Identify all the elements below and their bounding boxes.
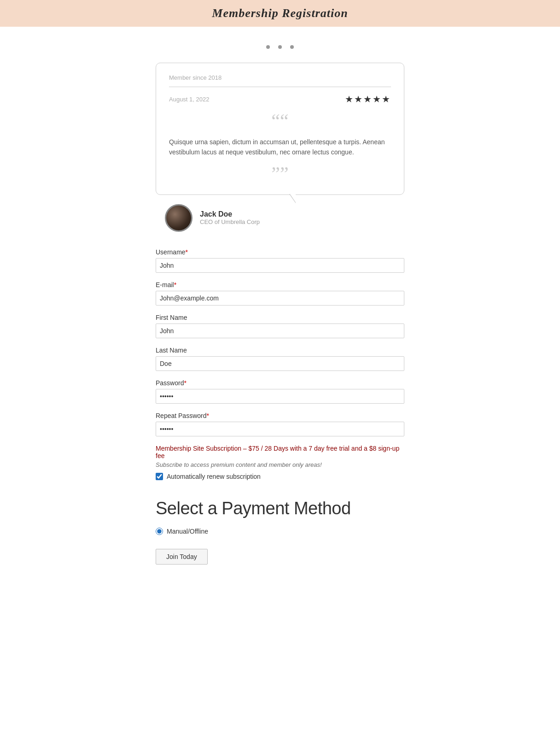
testimonial-date: August 1, 2022: [169, 96, 209, 103]
quote-close-icon: ””: [169, 164, 391, 183]
payment-radio-manual[interactable]: [156, 528, 163, 535]
testimonial-wrapper: Member since 2018 August 1, 2022 ★★★★★ “…: [156, 63, 404, 195]
avatar: [165, 204, 192, 232]
header-banner: Membership Registration: [0, 0, 560, 27]
subscription-title: Membership Site Subscription – $75 / 28 …: [156, 445, 404, 459]
email-group: E-mail*: [156, 281, 404, 306]
avatar-image: [166, 206, 191, 230]
email-input[interactable]: [156, 291, 404, 306]
firstname-label: First Name: [156, 314, 404, 321]
author-name: Jack Doe: [200, 210, 260, 218]
registration-form: Username* E-mail* First Name Last Name P…: [156, 248, 404, 565]
progress-dot-3: [290, 45, 294, 49]
password-group: Password*: [156, 379, 404, 404]
progress-dots: [156, 45, 404, 49]
lastname-label: Last Name: [156, 347, 404, 354]
firstname-input[interactable]: [156, 324, 404, 338]
repeat-password-required: *: [207, 412, 209, 419]
lastname-group: Last Name: [156, 347, 404, 371]
repeat-password-group: Repeat Password*: [156, 412, 404, 436]
card-divider: [169, 87, 391, 87]
progress-dot-1: [266, 45, 270, 49]
auto-renew-checkbox[interactable]: [156, 473, 163, 480]
author-title: CEO of Umbrella Corp: [200, 218, 260, 225]
auto-renew-label[interactable]: Automatically renew subscription: [167, 473, 261, 480]
subscription-info: Membership Site Subscription – $75 / 28 …: [156, 445, 404, 468]
author-info: Jack Doe CEO of Umbrella Corp: [200, 210, 260, 225]
password-input[interactable]: [156, 389, 404, 404]
lastname-input[interactable]: [156, 356, 404, 371]
star-rating: ★★★★★: [345, 94, 391, 105]
password-label: Password*: [156, 379, 404, 387]
password-required: *: [184, 379, 186, 387]
email-label: E-mail*: [156, 281, 404, 288]
main-content: Member since 2018 August 1, 2022 ★★★★★ “…: [146, 27, 414, 592]
username-input[interactable]: [156, 258, 404, 273]
card-meta-row: August 1, 2022 ★★★★★: [169, 94, 391, 105]
testimonial-text: Quisque urna sapien, dictum in accumsan …: [169, 137, 391, 158]
username-label: Username*: [156, 248, 404, 256]
testimonial-card: Member since 2018 August 1, 2022 ★★★★★ “…: [156, 63, 404, 195]
join-today-button[interactable]: Join Today: [156, 549, 208, 565]
payment-option-row: Manual/Offline: [156, 528, 404, 535]
author-row: Jack Doe CEO of Umbrella Corp: [156, 204, 404, 232]
subscription-subtitle: Subscribe to access premium content and …: [156, 461, 404, 468]
username-group: Username*: [156, 248, 404, 273]
quote-open-icon: ““: [169, 111, 391, 130]
member-since: Member since 2018: [169, 74, 391, 81]
payment-section-title: Select a Payment Method: [156, 499, 404, 518]
repeat-password-input[interactable]: [156, 422, 404, 436]
email-required: *: [174, 281, 176, 288]
payment-label-manual[interactable]: Manual/Offline: [167, 528, 208, 535]
page-title: Membership Registration: [0, 6, 560, 20]
repeat-password-label: Repeat Password*: [156, 412, 404, 419]
auto-renew-row: Automatically renew subscription: [156, 473, 404, 480]
firstname-group: First Name: [156, 314, 404, 338]
progress-dot-2: [278, 45, 282, 49]
username-required: *: [186, 248, 188, 256]
